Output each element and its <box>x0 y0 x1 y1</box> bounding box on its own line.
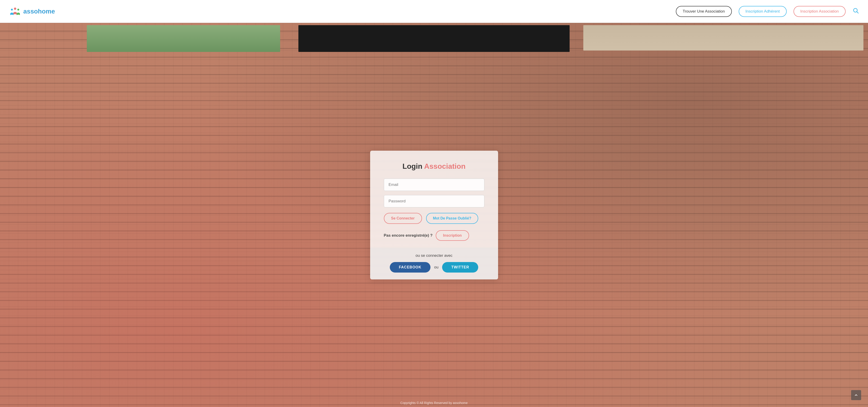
inscription-association-button[interactable]: Inscription Association <box>794 6 846 17</box>
window-2 <box>289 23 579 53</box>
social-section: ou se connecter avec FACEBOOK ou TWITTER <box>370 248 498 280</box>
connect-button[interactable]: Se Connecter <box>384 213 422 224</box>
svg-point-2 <box>18 9 19 10</box>
login-title-static: Login <box>402 162 422 170</box>
navbar-actions: Trouver Une Association Inscription Adhé… <box>676 6 859 17</box>
footer: Copyrights © All Rights Reserved by asso… <box>0 399 868 407</box>
password-field[interactable] <box>384 195 485 207</box>
twitter-button[interactable]: TWITTER <box>442 262 478 272</box>
form-actions: Se Connecter Mot De Passe Oublié? <box>384 213 485 224</box>
footer-text: Copyrights © All Rights Reserved by asso… <box>400 401 467 405</box>
facebook-button[interactable]: FACEBOOK <box>390 262 431 272</box>
inscription-button[interactable]: Inscription <box>436 230 469 241</box>
register-text: Pas encore enregistré(e) ? <box>384 233 433 238</box>
register-row: Pas encore enregistré(e) ? Inscription <box>384 230 485 241</box>
svg-point-1 <box>11 9 13 10</box>
svg-point-0 <box>14 7 16 10</box>
window-3 <box>579 23 868 53</box>
hero-section: Login Association Se Connecter Mot De Pa… <box>0 23 868 407</box>
social-buttons: FACEBOOK ou TWITTER <box>384 262 485 272</box>
logo-container: assohome <box>9 5 55 18</box>
logo-text: assohome <box>23 8 55 15</box>
login-card: Login Association Se Connecter Mot De Pa… <box>370 151 498 280</box>
email-field[interactable] <box>384 179 485 191</box>
forgot-password-button[interactable]: Mot De Passe Oublié? <box>426 213 478 224</box>
social-title: ou se connecter avec <box>384 253 485 258</box>
scroll-top-button[interactable] <box>851 390 861 400</box>
search-button[interactable] <box>852 7 859 15</box>
navbar: assohome Trouver Une Association Inscrip… <box>0 0 868 23</box>
logo-icon <box>9 5 21 18</box>
chevron-up-icon <box>854 393 858 397</box>
inscription-adherent-button[interactable]: Inscription Adhérent <box>739 6 787 17</box>
login-title: Login Association <box>384 162 485 171</box>
find-association-button[interactable]: Trouver Une Association <box>676 6 732 17</box>
svg-line-4 <box>857 12 858 13</box>
login-title-accent: Association <box>424 162 465 170</box>
social-ou-text: ou <box>434 265 438 269</box>
windows-strip <box>0 23 868 53</box>
window-1 <box>0 23 289 53</box>
